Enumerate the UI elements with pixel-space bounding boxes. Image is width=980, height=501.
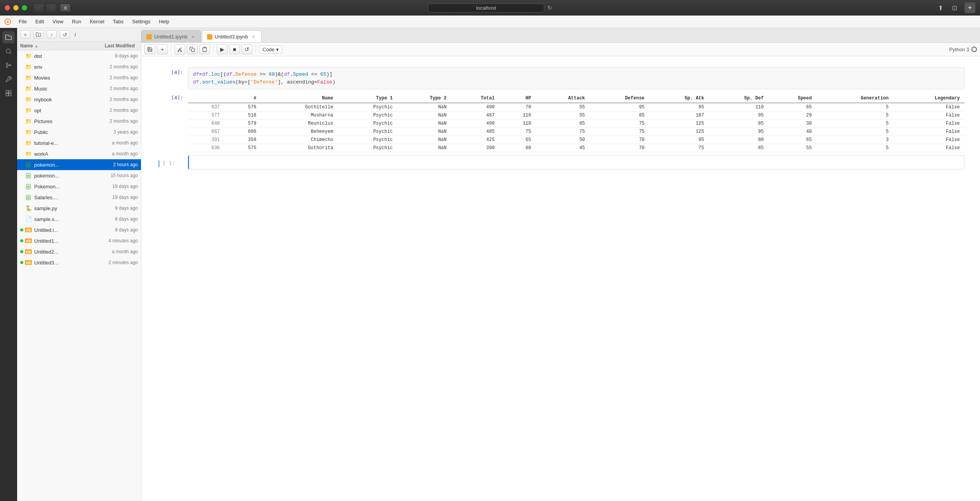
menu-tabs[interactable]: Tabs [109,17,127,26]
new-tab-button[interactable]: + [964,2,975,13]
table-cell: 425 [451,136,499,144]
file-name-label: Pictures [34,118,87,124]
file-list-item[interactable]: ⊞ pokemon... 2 hours ago [17,159,141,170]
code-cell[interactable]: df=df.loc[(df.Defense >= 60)&(df.Speed <… [188,67,964,89]
notebook-toolbar: + ▶ ■ ↺ Code [141,43,980,56]
empty-cell-body[interactable] [188,155,964,169]
menu-run[interactable]: Run [68,17,85,26]
run-button[interactable]: ▶ [217,44,228,54]
menu-view[interactable]: View [49,17,67,26]
file-date-label: 2 minutes ago [87,260,138,265]
table-cell: 577 [188,111,224,120]
file-type-icon: 📁 [25,150,32,157]
share-icon[interactable]: ⬆ [935,3,946,12]
file-type-icon: 📁 [25,129,32,136]
file-list-item[interactable]: 📁 Pictures 2 months ago [17,116,141,127]
file-list-item[interactable]: 📁 workA a month ago [17,148,141,159]
file-list-item[interactable]: 📁 mybook 2 months ago [17,94,141,105]
menu-file[interactable]: File [15,17,31,26]
refresh-button[interactable]: ↺ [60,30,70,39]
sidebar-extensions-icon[interactable] [2,87,15,99]
file-list-header: Name ▲ Last Modified [17,42,141,50]
menu-help[interactable]: Help [155,17,173,26]
table-cell: 390 [451,144,499,152]
file-list-item[interactable]: 📁 opt 2 months ago [17,105,141,116]
close-button[interactable] [5,5,10,10]
restart-button[interactable]: ↺ [242,44,252,54]
minimize-button[interactable] [13,5,19,10]
stop-button[interactable]: ■ [229,44,240,54]
fullscreen-icon[interactable]: ⊡ [949,3,960,12]
file-list-item[interactable]: nb Untitled1... 4 minutes ago [17,235,141,246]
close-tab-button[interactable]: × [250,34,257,40]
svg-line-15 [178,47,182,50]
table-header: Speed [768,94,817,103]
file-date-label: 9 days ago [87,205,138,211]
name-column-header[interactable]: Name ▲ [20,43,87,49]
table-cell: 640 [188,120,224,128]
modified-column-header[interactable]: Last Modified [87,43,138,49]
add-cell-button[interactable]: + [157,44,168,54]
table-row: 577518MusharnaPsychicNaN4871165585107952… [188,111,964,120]
file-list-item[interactable]: ⊞ pokemon... 15 hours ago [17,170,141,181]
file-type-icon: ⊞ [25,194,32,201]
menu-edit[interactable]: Edit [31,17,48,26]
file-name-label: dist [34,53,87,59]
file-list-item[interactable]: nb Untitled2... a month ago [17,246,141,257]
reload-button[interactable]: ↻ [547,5,552,11]
kernel-name-label: Python 3 [949,47,969,52]
close-tab-button[interactable]: × [190,34,196,40]
back-button[interactable]: ‹ [33,3,44,12]
table-cell: 60 [499,144,536,152]
file-list-item[interactable]: 📁 dist 8 days ago [17,50,141,61]
notebook-tab[interactable]: Untitled1.ipynb × [141,30,201,43]
sidebar-files-icon[interactable] [2,31,15,43]
new-file-button[interactable]: + [20,30,30,39]
file-name-label: Music [34,86,87,92]
status-dot [20,250,23,253]
upload-button[interactable]: ↑ [47,30,57,39]
file-list-item[interactable]: nb Untitled3... 2 minutes ago [17,257,141,268]
file-list-item[interactable]: 📁 Movies 2 months ago [17,72,141,83]
notebook-tab[interactable]: Untitled3.ipynb × [202,30,262,43]
file-date-label: 2 months ago [87,64,138,70]
file-panel: + ↑ ↺ / Name ▲ Last Modified 📁 dist 8 da… [17,28,141,501]
file-date-label: 19 days ago [87,195,138,200]
cell-body[interactable]: df=df.loc[(df.Defense >= 60)&(df.Speed <… [188,67,964,89]
file-list-item[interactable]: 📁 Music 2 months ago [17,83,141,94]
file-name-label: Salaries.... [34,195,87,200]
new-folder-button[interactable] [33,30,43,39]
forward-button[interactable]: › [46,3,57,12]
table-cell: 518 [224,111,261,120]
table-cell: 5 [817,120,893,128]
cell-type-dropdown[interactable]: Code ▾ [259,45,282,54]
file-list-item[interactable]: 📁 env 2 months ago [17,61,141,72]
save-button[interactable] [144,44,155,54]
sidebar-tools-icon[interactable] [2,73,15,85]
file-type-icon: 📁 [25,139,32,146]
empty-code-cell[interactable] [188,155,964,169]
copy-button[interactable] [187,44,198,54]
window-layout-button[interactable]: ⊞ [60,3,71,12]
file-type-icon: 📁 [25,107,32,114]
sidebar-search-icon[interactable] [2,45,15,57]
file-list-item[interactable]: 🐍 sample.py 9 days ago [17,203,141,214]
maximize-button[interactable] [22,5,27,10]
file-list-item[interactable]: ⊞ Pokemon... 19 days ago [17,181,141,192]
paste-button[interactable] [199,44,210,54]
file-list-item[interactable]: nb Untitled.i... 8 days ago [17,224,141,235]
file-list-item[interactable]: 📁 tutorial-e... a month ago [17,137,141,148]
menu-settings[interactable]: Settings [128,17,154,26]
file-list-item[interactable]: 📁 Public 3 years ago [17,127,141,137]
toolbar-separator-3 [255,45,256,53]
file-list-item[interactable]: ⊞ Salaries.... 19 days ago [17,192,141,203]
table-cell: NaN [398,144,452,152]
file-list-item[interactable]: 📄 sample.s... 8 days ago [17,214,141,224]
table-cell: 95 [709,128,768,136]
sidebar-git-icon[interactable] [2,59,15,71]
menu-kernel[interactable]: Kernel [86,17,108,26]
notebook-cell: [4]: df=df.loc[(df.Defense >= 60)&(df.Sp… [157,67,964,89]
address-bar[interactable]: localhost [428,3,544,12]
table-header: Generation [817,94,893,103]
cut-button[interactable] [174,44,185,54]
